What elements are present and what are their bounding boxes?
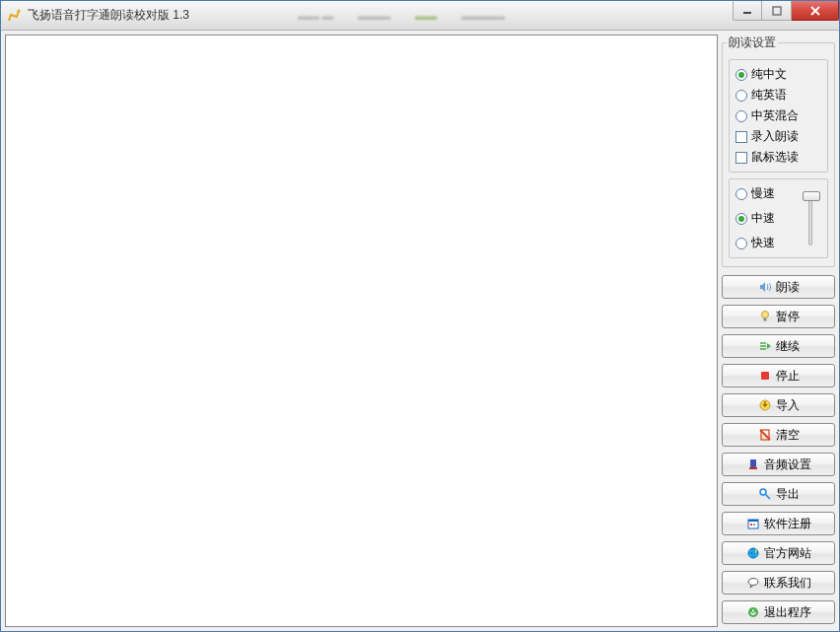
checkbox-icon [735, 152, 747, 164]
continue-button[interactable]: 继续 [722, 334, 835, 358]
clear-icon [758, 428, 772, 442]
speed-slider[interactable] [798, 185, 823, 251]
audio-icon [746, 457, 760, 471]
window-title: 飞扬语音打字通朗读校对版 1.3 [28, 7, 189, 24]
minimize-icon [742, 6, 752, 16]
arrow-right-icon [758, 339, 772, 353]
svg-point-10 [760, 489, 766, 495]
opt-chinese[interactable]: 纯中文 [734, 66, 823, 83]
svg-rect-1 [743, 12, 751, 14]
website-button-label: 官方网站 [764, 545, 811, 562]
svg-rect-2 [773, 7, 781, 15]
opt-mouse-read[interactable]: 鼠标选读 [734, 149, 823, 166]
bulb-icon [758, 310, 772, 323]
clear-button-label: 清空 [776, 427, 800, 444]
pause-button[interactable]: 暂停 [722, 305, 835, 328]
exit-button[interactable]: 退出程序 [722, 600, 835, 624]
stop-icon [758, 369, 772, 383]
app-icon [7, 8, 23, 24]
opt-mid-label: 中速 [751, 210, 775, 227]
opt-input-read[interactable]: 录入朗读 [734, 128, 823, 145]
export-button[interactable]: 导出 [722, 482, 835, 506]
maximize-button[interactable] [762, 1, 792, 21]
register-button[interactable]: 软件注册 [722, 512, 835, 535]
svg-point-16 [748, 579, 758, 586]
opt-slow-label: 慢速 [751, 185, 775, 202]
opt-mixed-label: 中英混合 [751, 107, 799, 124]
read-button-label: 朗读 [776, 279, 800, 296]
speaker-icon [758, 280, 772, 294]
opt-mid[interactable]: 中速 [734, 210, 794, 227]
radio-icon [735, 188, 747, 200]
website-button[interactable]: 官方网站 [722, 541, 835, 565]
speed-options: 慢速 中速 快速 [729, 178, 828, 258]
titlebar-blur-area: ▬▬ ▬▬▬▬▬▬▬▬▬▬ [298, 10, 505, 22]
svg-rect-8 [750, 459, 756, 467]
import-icon [758, 398, 772, 412]
slider-track [808, 192, 812, 246]
app-window: 飞扬语音打字通朗读校对版 1.3 ▬▬ ▬▬▬▬▬▬▬▬▬▬ 朗读设置 [0, 0, 840, 632]
opt-chinese-label: 纯中文 [751, 66, 787, 83]
action-buttons: 朗读 暂停 继续 停止 导入 [722, 275, 835, 624]
minimize-button[interactable] [733, 1, 762, 21]
language-options: 纯中文 纯英语 中英混合 录入朗读 [729, 59, 828, 173]
titlebar[interactable]: 飞扬语音打字通朗读校对版 1.3 ▬▬ ▬▬▬▬▬▬▬▬▬▬ [1, 1, 839, 31]
export-icon [758, 487, 772, 501]
import-button[interactable]: 导入 [722, 393, 835, 417]
opt-fast-label: 快速 [751, 235, 775, 251]
opt-mouse-read-label: 鼠标选读 [751, 149, 799, 166]
svg-point-3 [761, 312, 768, 318]
svg-rect-4 [763, 318, 766, 321]
contact-button[interactable]: 联系我们 [722, 571, 835, 595]
radio-icon [735, 213, 747, 225]
svg-rect-14 [753, 524, 755, 526]
read-button[interactable]: 朗读 [722, 275, 835, 299]
radio-icon [735, 90, 747, 102]
svg-rect-5 [761, 372, 769, 380]
svg-rect-12 [748, 520, 758, 522]
opt-mixed[interactable]: 中英混合 [734, 107, 823, 124]
globe-icon [746, 546, 760, 560]
svg-point-0 [18, 9, 21, 12]
maximize-icon [772, 6, 782, 16]
calendar-icon [746, 517, 760, 530]
audio-settings-button-label: 音频设置 [764, 456, 811, 473]
svg-rect-13 [750, 524, 752, 526]
opt-fast[interactable]: 快速 [734, 235, 794, 251]
contact-button-label: 联系我们 [764, 575, 811, 592]
sidebar: 朗读设置 纯中文 纯英语 中英混合 [722, 35, 835, 627]
register-button-label: 软件注册 [764, 516, 811, 532]
client-area: 朗读设置 纯中文 纯英语 中英混合 [1, 31, 839, 631]
close-icon [809, 5, 821, 17]
clear-button[interactable]: 清空 [722, 423, 835, 447]
opt-slow[interactable]: 慢速 [734, 185, 794, 202]
import-button-label: 导入 [776, 397, 800, 414]
window-controls [733, 1, 839, 21]
exit-icon [746, 605, 760, 619]
radio-icon [735, 238, 747, 249]
continue-button-label: 继续 [776, 338, 800, 355]
radio-icon [735, 110, 747, 122]
exit-button-label: 退出程序 [764, 604, 811, 621]
text-editor-wrap [5, 35, 718, 627]
read-settings-legend: 朗读设置 [727, 35, 778, 51]
svg-rect-9 [749, 467, 757, 469]
close-button[interactable] [792, 1, 839, 21]
opt-english-label: 纯英语 [751, 87, 787, 104]
main-textarea[interactable] [6, 35, 717, 626]
stop-button[interactable]: 停止 [722, 364, 835, 387]
radio-icon [735, 69, 747, 81]
slider-thumb[interactable] [803, 191, 820, 201]
chat-icon [746, 576, 760, 590]
pause-button-label: 暂停 [776, 309, 800, 325]
audio-settings-button[interactable]: 音频设置 [722, 453, 835, 476]
opt-input-read-label: 录入朗读 [751, 128, 799, 145]
export-button-label: 导出 [776, 486, 800, 503]
stop-button-label: 停止 [776, 368, 800, 385]
checkbox-icon [735, 131, 747, 143]
read-settings-group: 朗读设置 纯中文 纯英语 中英混合 [722, 35, 835, 267]
opt-english[interactable]: 纯英语 [734, 87, 823, 104]
